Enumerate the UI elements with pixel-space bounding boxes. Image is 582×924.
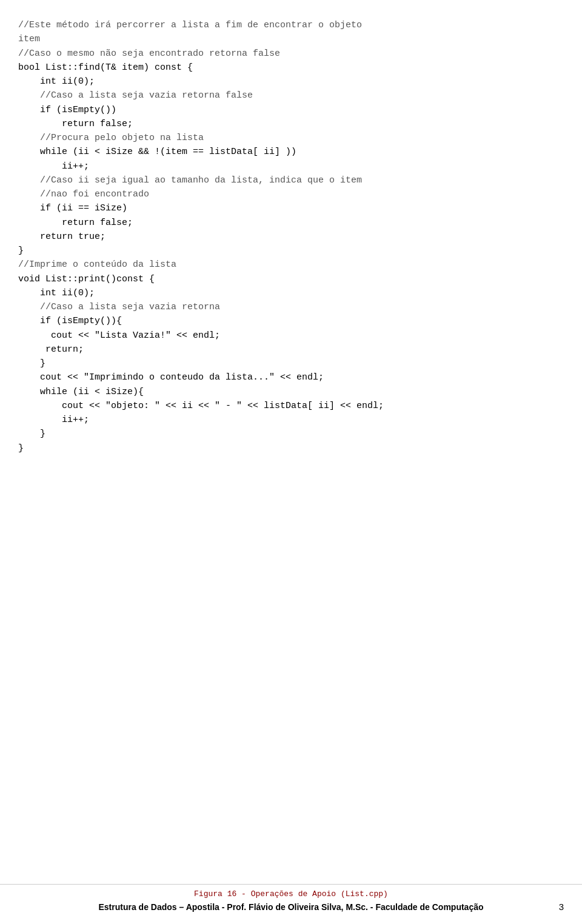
footer-divider <box>0 884 582 885</box>
code-block: //Este método irá percorrer a lista a fi… <box>18 18 564 455</box>
figure-caption: Figura 16 - Operações de Apoio (List.cpp… <box>0 889 582 899</box>
footer-text: Estrutura de Dados – Apostila - Prof. Fl… <box>0 902 582 912</box>
page-number: 3 <box>559 902 564 912</box>
footer: Figura 16 - Operações de Apoio (List.cpp… <box>0 884 582 912</box>
page-container: //Este método irá percorrer a lista a fi… <box>0 0 582 924</box>
